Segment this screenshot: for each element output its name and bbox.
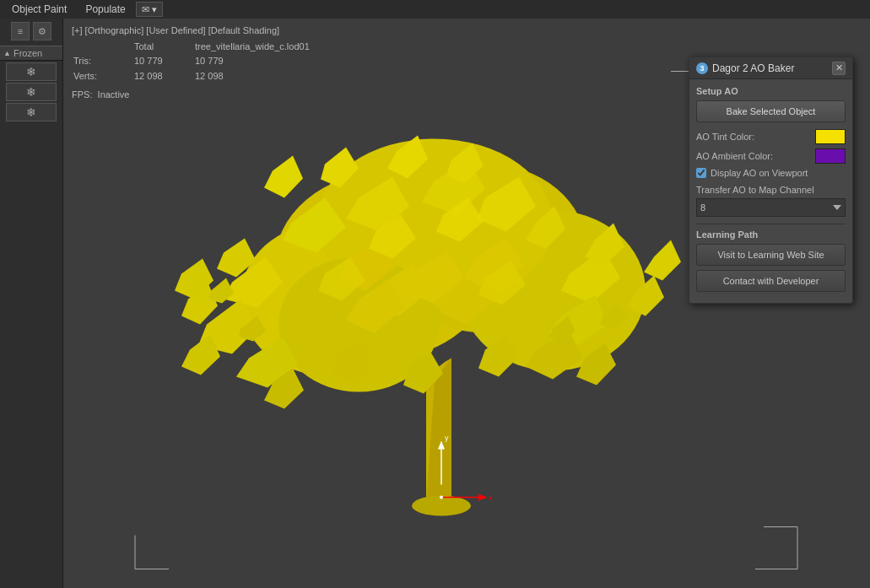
stats-tris-value: 10 779 <box>195 55 327 67</box>
stats-empty <box>73 40 132 53</box>
ao-tint-label: AO Tint Color: <box>696 132 815 142</box>
menu-object-paint[interactable]: Object Paint <box>3 2 75 17</box>
sidebar-item-frozen-2[interactable]: ❄ <box>6 83 57 101</box>
panel-title-text: Dagor 2 AO Baker <box>712 62 794 74</box>
panel-title-left: 3 Dagor 2 AO Baker <box>696 62 794 74</box>
stats-verts-value: 12 098 <box>195 70 327 83</box>
transfer-label: Transfer AO to Map Channel <box>696 185 846 195</box>
stats-table: Total tree_vitellaria_wide_c.lod01 Tris:… <box>72 39 328 84</box>
display-ao-label[interactable]: Display AO on Viewport <box>711 168 808 178</box>
ao-ambient-row: AO Ambient Color: <box>696 148 846 164</box>
fps-label: FPS: <box>72 89 92 100</box>
panel-title-icon: 3 <box>696 62 708 74</box>
ao-ambient-swatch[interactable] <box>815 148 846 164</box>
sidebar-icon-layers[interactable]: ≡ <box>11 22 30 40</box>
transfer-channel-select[interactable]: 8 1 2 3 4 5 6 7 9 10 <box>696 198 846 217</box>
svg-text:y: y <box>445 434 449 442</box>
panel-content: Setup AO Bake Selected Object AO Tint Co… <box>689 79 852 303</box>
transfer-section: Transfer AO to Map Channel 8 1 2 3 4 5 6… <box>696 185 846 217</box>
display-ao-checkbox[interactable] <box>696 168 706 178</box>
sidebar-top-icons: ≡ ⚙ <box>11 22 51 40</box>
svg-text:x: x <box>489 494 493 502</box>
frozen-label: Frozen <box>0 46 62 61</box>
main-layout: ≡ ⚙ Frozen ❄ ❄ ❄ [+] [Orthographic] [Use… <box>0 19 870 588</box>
ao-tint-row: AO Tint Color: <box>696 129 846 144</box>
stats-header-total: Total <box>134 40 193 53</box>
ao-baker-panel: 3 Dagor 2 AO Baker ✕ Setup AO Bake Selec… <box>689 57 853 304</box>
menu-dropdown: ✉ ▾ <box>136 2 163 17</box>
display-ao-row: Display AO on Viewport <box>696 168 846 178</box>
stats-tris-label: Tris: <box>73 55 132 67</box>
fps-info: FPS: Inactive <box>72 89 328 100</box>
panel-titlebar: 3 Dagor 2 AO Baker ✕ <box>689 57 852 79</box>
panel-close-button[interactable]: ✕ <box>832 62 846 75</box>
learning-path-label: Learning Path <box>696 229 846 240</box>
viewport[interactable]: [+] [Orthographic] [User Defined] [Defau… <box>63 19 870 588</box>
panel-divider <box>696 224 846 224</box>
sidebar: ≡ ⚙ Frozen ❄ ❄ ❄ <box>0 19 63 588</box>
menu-dropdown-button[interactable]: ✉ ▾ <box>136 2 163 17</box>
sidebar-item-frozen-1[interactable]: ❄ <box>6 62 57 81</box>
contact-developer-button[interactable]: Contact with Developer <box>696 270 846 292</box>
viewport-bracket-info: [+] [Orthographic] [User Defined] [Defau… <box>72 25 328 35</box>
menu-populate[interactable]: Populate <box>77 2 133 17</box>
visit-website-button[interactable]: Visit to Learning Web Site <box>696 244 846 266</box>
stats-header-name: tree_vitellaria_wide_c.lod01 <box>195 40 327 53</box>
dropdown-icon: ✉ <box>142 4 149 15</box>
svg-point-53 <box>440 496 443 499</box>
sidebar-item-frozen-3[interactable]: ❄ <box>6 103 57 121</box>
ao-ambient-label: AO Ambient Color: <box>696 151 815 161</box>
frozen-text: Frozen <box>14 48 42 58</box>
setup-ao-label: Setup AO <box>696 86 846 96</box>
stats-verts-label: Verts: <box>73 70 132 83</box>
stats-tris-total: 10 779 <box>134 55 193 67</box>
sidebar-icon-settings[interactable]: ⚙ <box>33 22 51 40</box>
bake-selected-button[interactable]: Bake Selected Object <box>696 100 846 122</box>
dropdown-arrow-icon: ▾ <box>152 4 157 15</box>
fps-value: Inactive <box>98 89 130 100</box>
ao-tint-swatch[interactable] <box>815 129 846 144</box>
menubar: Object Paint Populate ✉ ▾ <box>0 0 870 19</box>
stats-verts-total: 12 098 <box>134 70 193 83</box>
viewport-header: [+] [Orthographic] [User Defined] [Defau… <box>72 25 328 100</box>
